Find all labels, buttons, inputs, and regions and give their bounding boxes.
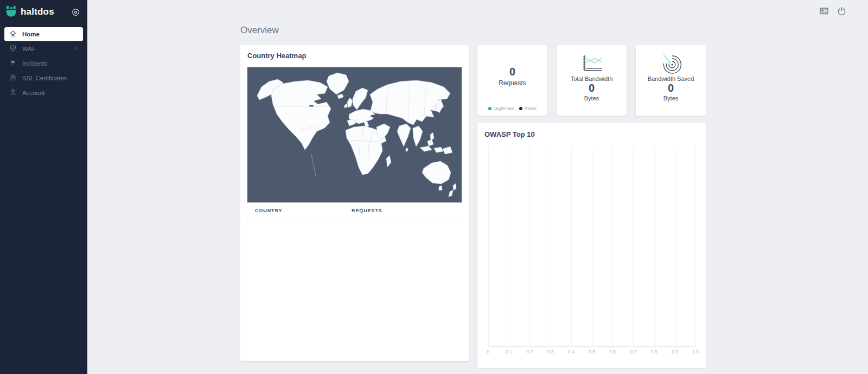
target-icon[interactable]: [72, 8, 80, 16]
country-heatmap-card: Country Heatmap: [240, 45, 469, 361]
sidebar-item-ssl-certificates[interactable]: SSL Certificates: [4, 71, 83, 85]
chevron-right-icon: [73, 46, 78, 52]
x-tick-label: 0.3: [547, 349, 554, 354]
x-tick-label: 0.4: [568, 349, 575, 354]
x-tick-label: 0.1: [506, 349, 512, 354]
gridline: [675, 146, 675, 346]
total-bandwidth-stat-card: Total Bandwidth 0 Bytes: [557, 45, 627, 116]
sidebar: haltdos Home: [0, 0, 87, 374]
shield-check-icon: [9, 45, 17, 53]
sidebar-item-incidents[interactable]: Incidents: [4, 56, 83, 71]
x-tick-label: 0: [487, 349, 490, 354]
haltdos-shield-icon: [5, 5, 17, 20]
sidebar-item-waf[interactable]: WAF: [4, 42, 83, 56]
page-title: Overview: [240, 25, 707, 36]
lock-icon: [9, 74, 17, 83]
bandwidth-saved-stat-card: Bandwidth Saved 0 Bytes: [636, 45, 706, 116]
x-tick-label: 0.5: [589, 349, 595, 354]
owasp-chart-xaxis: 00.10.20.30.40.50.60.70.80.91.0: [488, 347, 695, 354]
country-heatmap-title: Country Heatmap: [247, 52, 462, 60]
bandwidth-saved-title: Bandwidth Saved: [636, 75, 706, 82]
total-bandwidth-unit: Bytes: [557, 95, 627, 102]
gridline: [633, 146, 634, 346]
target-spiral-icon: [636, 53, 706, 75]
requests-stat-card: 0 Requests Legitimate Attack: [477, 45, 547, 116]
requests-label: Requests: [477, 79, 547, 87]
home-icon: [9, 30, 17, 39]
bandwidth-saved-value: 0: [636, 82, 706, 94]
total-bandwidth-value: 0: [557, 82, 627, 94]
owasp-top10-card: OWASP Top 10 00.10.20.30.40.50.60.70.80.…: [477, 123, 706, 368]
topbar-actions: [819, 6, 846, 16]
gridline: [654, 146, 655, 346]
sidebar-item-label: Incidents: [22, 60, 47, 67]
owasp-top10-title: OWASP Top 10: [484, 130, 699, 138]
x-tick-label: 0.7: [630, 349, 636, 354]
gridline: [488, 146, 489, 346]
legend-item-legitimate: Legitimate: [488, 106, 514, 111]
gridline: [592, 146, 592, 346]
requests-value: 0: [477, 66, 547, 78]
app-logo-text: haltdos: [21, 7, 54, 17]
column-header-requests: Requests: [352, 208, 454, 213]
sidebar-item-home[interactable]: Home: [4, 27, 83, 41]
sidebar-header: haltdos: [0, 0, 87, 24]
owasp-chart-plot: [488, 146, 695, 347]
bandwidth-saved-unit: Bytes: [636, 95, 706, 102]
main-content: Overview Country Heatmap: [240, 25, 707, 368]
sidebar-nav: Home WAF Incide: [0, 24, 87, 100]
world-map: [247, 67, 462, 202]
requests-legend: Legitimate Attack: [477, 106, 547, 111]
column-header-country: Country: [255, 208, 352, 213]
sidebar-item-label: SSL Certificates: [22, 75, 67, 81]
legend-dot: [488, 107, 492, 110]
x-tick-label: 1.0: [692, 349, 699, 354]
x-tick-label: 0.9: [672, 349, 678, 354]
x-tick-label: 0.8: [651, 349, 658, 354]
total-bandwidth-title: Total Bandwidth: [557, 75, 627, 82]
legend-dot: [519, 107, 522, 110]
user-icon: [9, 88, 17, 97]
sidebar-item-label: Home: [22, 31, 40, 37]
x-tick-label: 0.6: [609, 349, 616, 354]
gridline: [529, 146, 530, 346]
gridline: [571, 146, 572, 346]
app-logo[interactable]: haltdos: [5, 5, 54, 20]
power-icon[interactable]: [837, 7, 846, 16]
gridline: [612, 146, 613, 346]
flag-icon: [9, 59, 17, 68]
sidebar-item-label: Account: [22, 90, 45, 96]
gridline: [509, 146, 509, 346]
country-table-header: Country Requests: [247, 202, 462, 218]
area-chart-icon: [557, 53, 627, 75]
gridline: [695, 146, 696, 346]
x-tick-label: 0.2: [526, 349, 533, 354]
sidebar-item-label: WAF: [22, 46, 36, 52]
legend-item-attack: Attack: [519, 106, 537, 111]
id-card-icon[interactable]: [819, 6, 829, 16]
sidebar-item-account[interactable]: Account: [4, 86, 83, 100]
gridline: [551, 146, 551, 346]
